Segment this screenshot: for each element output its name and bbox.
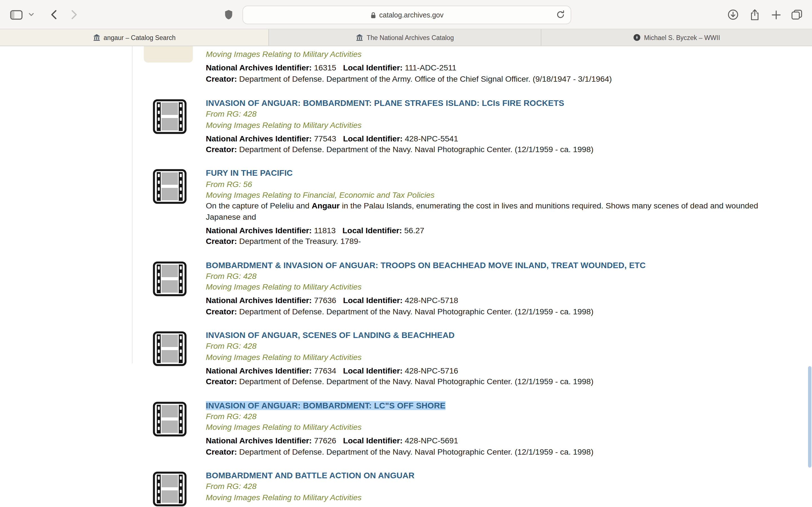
series-link[interactable]: Moving Images Relating to Military Activ… (206, 352, 361, 361)
new-tab-button[interactable] (769, 7, 783, 22)
plus-icon (771, 10, 781, 19)
share-button[interactable] (747, 7, 762, 22)
result-title-link[interactable]: FURY IN THE PACIFIC (206, 169, 293, 178)
film-strip-icon (153, 401, 187, 436)
series-link[interactable]: Moving Images Relating to Military Activ… (206, 493, 361, 502)
tab-title: The National Archives Catalog (366, 34, 454, 41)
forward-button[interactable] (66, 7, 81, 22)
page-content: Moving Images Relating to Military Activ… (0, 46, 812, 507)
tab-title: Michael S. Byczek – WWII (644, 34, 720, 41)
record-group-link[interactable]: From RG: 428 (206, 272, 257, 281)
back-button[interactable] (46, 7, 61, 22)
identifiers-line: National Archives Identifier: 77636Local… (206, 295, 812, 306)
result-text-block: BOMBARDMENT AND BATTLE ACTION ON ANGUAR … (206, 470, 812, 507)
downloads-button[interactable] (726, 7, 741, 22)
identifiers-line: National Archives Identifier: 16315Local… (206, 63, 812, 74)
moving-images-thumbnail[interactable] (153, 261, 187, 296)
lock-icon (370, 11, 376, 18)
result-text-block: INVASION OF ANGUAR: BOMBARDMENT: PLANE S… (206, 98, 812, 155)
film-strip-icon (153, 99, 187, 134)
film-strip-icon (153, 261, 187, 296)
tab-michael-byczek-wwii[interactable]: Michael S. Byczek – WWII (541, 29, 812, 46)
result-text-block: INVASION OF ANGUAR, SCENES OF LANDING & … (206, 330, 812, 387)
archives-building-icon (93, 34, 100, 41)
browser-toolbar: catalog.archives.gov (0, 0, 812, 29)
search-result-item: INVASION OF ANGUAR: BOMBARDMENT: PLANE S… (153, 98, 812, 155)
result-description: On the capture of Peleliu and Angaur in … (206, 201, 758, 223)
tab-overview-button[interactable] (790, 7, 804, 22)
search-result-item: INVASION OF ANGUAR, SCENES OF LANDING & … (153, 330, 812, 387)
film-strip-icon (153, 169, 187, 204)
record-group-link[interactable]: From RG: 428 (206, 342, 257, 351)
identifiers-line: National Archives Identifier: 77543Local… (206, 133, 812, 145)
record-group-link[interactable]: From RG: 428 (206, 482, 257, 491)
search-result-item: BOMBARDMENT & INVASION OF ANGUAR: TROOPS… (153, 260, 812, 317)
identifiers-line: National Archives Identifier: 77626Local… (206, 436, 812, 447)
moving-images-thumbnail[interactable] (153, 99, 187, 134)
series-link[interactable]: Moving Images Relating to Military Activ… (206, 282, 361, 291)
identifiers-line: National Archives Identifier: 11813Local… (206, 225, 812, 236)
record-group-link[interactable]: From RG: 428 (206, 110, 257, 119)
series-link[interactable]: Moving Images Relating to Financial, Eco… (206, 190, 435, 200)
search-result-item: BOMBARDMENT AND BATTLE ACTION ON ANGUAR … (153, 470, 812, 507)
result-title-link[interactable]: BOMBARDMENT & INVASION OF ANGUAR: TROOPS… (206, 261, 646, 270)
creator-line: Creator: Department of Defense. Departme… (206, 73, 812, 84)
safari-window: catalog.archives.gov (0, 0, 812, 507)
share-icon (750, 9, 759, 20)
result-text-block: Moving Images Relating to Military Activ… (206, 49, 812, 84)
result-text-block: INVASION OF ANGUAR: BOMBARDMENT: LC"S OF… (206, 400, 812, 457)
forward-chevron-icon (71, 10, 77, 20)
sidebar-toggle-button[interactable] (9, 7, 24, 22)
search-results-list: Moving Images Relating to Military Activ… (153, 49, 812, 507)
download-circle-icon (727, 9, 739, 20)
search-result-item: Moving Images Relating to Military Activ… (153, 49, 812, 85)
tab-title: angaur – Catalog Search (103, 34, 175, 41)
tab-angaur-catalog-search[interactable]: angaur – Catalog Search (0, 29, 269, 46)
film-strip-icon (153, 331, 187, 366)
moving-images-thumbnail[interactable] (153, 169, 187, 204)
creator-line: Creator: Department of Defense. Departme… (206, 144, 812, 155)
tab-national-archives-catalog[interactable]: The National Archives Catalog (269, 29, 541, 46)
creator-line: Creator: Department of Defense. Departme… (206, 376, 812, 387)
shield-icon (224, 10, 233, 20)
creator-line: Creator: Department of Defense. Departme… (206, 446, 812, 457)
result-title-link[interactable]: INVASION OF ANGUAR: BOMBARDMENT: PLANE S… (206, 99, 564, 108)
search-result-item: FURY IN THE PACIFIC From RG: 56 Moving I… (153, 168, 812, 247)
result-title-link[interactable]: INVASION OF ANGUAR, SCENES OF LANDING & … (206, 331, 455, 340)
result-text-block: FURY IN THE PACIFIC From RG: 56 Moving I… (206, 168, 812, 247)
scrollbar-thumb[interactable] (808, 366, 811, 467)
record-group-link[interactable]: From RG: 428 (206, 412, 257, 421)
moving-images-thumbnail[interactable] (153, 401, 187, 436)
reload-button[interactable] (556, 10, 566, 20)
privacy-report-button[interactable] (221, 7, 236, 22)
creator-line: Creator: Department of Defense. Departme… (206, 306, 812, 318)
creator-line: Creator: Department of the Treasury. 178… (206, 236, 812, 247)
search-result-item: INVASION OF ANGUAR: BOMBARDMENT: LC"S OF… (153, 400, 812, 457)
back-chevron-icon (50, 10, 57, 20)
url-text: catalog.archives.gov (379, 11, 444, 19)
result-text-block: BOMBARDMENT & INVASION OF ANGUAR: TROOPS… (206, 260, 812, 317)
result-title-link[interactable]: INVASION OF ANGUAR: BOMBARDMENT: LC"S OF… (206, 401, 446, 410)
identifiers-line: National Archives Identifier: Local Iden… (206, 506, 812, 507)
sidebar-chevron-button[interactable] (27, 7, 35, 22)
sidebar-icon (10, 10, 22, 19)
moving-images-thumbnail[interactable] (153, 471, 187, 506)
reload-icon (556, 10, 565, 19)
address-bar[interactable]: catalog.archives.gov (243, 6, 571, 24)
moving-images-thumbnail[interactable] (153, 331, 187, 366)
series-link[interactable]: Moving Images Relating to Military Activ… (206, 422, 361, 432)
record-group-link[interactable]: From RG: 56 (206, 180, 252, 189)
tab-overview-icon (791, 10, 802, 20)
facet-sidebar-divider (132, 46, 133, 363)
archives-building-icon (356, 34, 363, 41)
compass-icon (633, 34, 641, 41)
series-link[interactable]: Moving Images Relating to Military Activ… (206, 120, 361, 129)
identifiers-line: National Archives Identifier: 77634Local… (206, 365, 812, 377)
result-title-link[interactable]: BOMBARDMENT AND BATTLE ACTION ON ANGUAR (206, 471, 414, 480)
series-link[interactable]: Moving Images Relating to Military Activ… (206, 50, 361, 59)
film-strip-icon (153, 471, 187, 506)
chevron-down-icon (29, 13, 34, 16)
tab-bar: angaur – Catalog Search The National Arc… (0, 29, 812, 46)
